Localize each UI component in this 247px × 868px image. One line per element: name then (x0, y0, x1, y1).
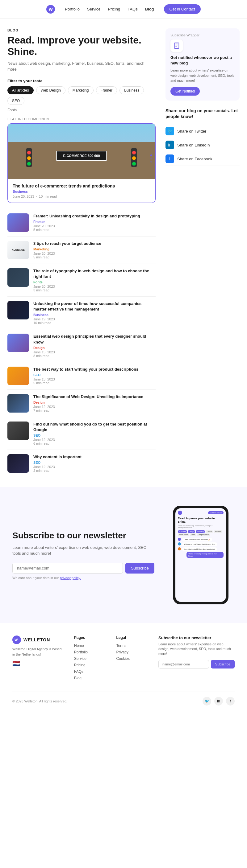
footer-subscribe-button[interactable]: Subscribe (211, 660, 235, 669)
sidebar: Subscribe Wrapper Get notified whenever … (165, 28, 240, 477)
subscribe-right: Get in Contact Read. Improve your websit… (167, 506, 235, 604)
privacy-link[interactable]: privacy policy. (60, 576, 81, 580)
post-thumbnail (7, 422, 29, 440)
share-twitter[interactable]: 🐦 Share on Twitter (165, 124, 240, 138)
footer-page-link[interactable]: FAQs (74, 670, 104, 674)
filter-tag-business[interactable]: Business (119, 86, 144, 94)
footer-legal-link[interactable]: Privacy (116, 650, 146, 654)
footer-email-input[interactable] (158, 660, 209, 669)
footer-newsletter: Subscribe to our newsletter Learn more a… (158, 636, 235, 682)
post-title: 3 tips to reach your target audience (33, 241, 156, 246)
subscribe-email-input[interactable] (12, 563, 123, 574)
post-title: The best way to start writing your produ… (33, 367, 156, 372)
page-content: BLOG Read. Improve your website. Shine. … (0, 19, 247, 487)
footer-legal-link[interactable]: Cookies (116, 656, 146, 661)
phone-tag: Subscribe (178, 530, 187, 533)
post-category: Design (33, 346, 156, 350)
featured-image: E-COMMERCE 500 600 (8, 124, 155, 179)
post-card: Unlocking the power of time: how success… (7, 297, 156, 329)
post-title: Find out now what should you do to get t… (33, 422, 156, 433)
post-title: The role of typography in web design and… (33, 268, 156, 279)
phone-tag: Company News (197, 533, 210, 536)
social-twitter[interactable]: 🐦 (202, 697, 211, 706)
footer-form: Subscribe (158, 660, 235, 669)
filter-tag-seo[interactable]: SEO (7, 97, 24, 105)
post-title: The Significance of Web Design: Unveilin… (33, 394, 156, 400)
featured-readtime: 10 min read (39, 194, 57, 198)
chat-text: Welcome to the Welleton Digital Agency B… (182, 542, 217, 547)
nav-link-service[interactable]: Service (87, 7, 100, 11)
footer-page-link[interactable]: Blog (74, 676, 104, 680)
post-info: Essential web design principles that eve… (33, 334, 156, 358)
share-facebook[interactable]: f Share on Facebook (165, 152, 240, 166)
featured-category: Business (13, 190, 150, 193)
social-facebook[interactable]: f (226, 697, 235, 706)
filter-tag-framer[interactable]: Framer (96, 86, 117, 94)
post-date: June 12, 2023 (33, 465, 156, 469)
post-category: SEO (33, 434, 156, 437)
blog-header: BLOG Read. Improve your website. Shine. … (7, 28, 156, 72)
sidebar-subscribe-title: Get notified whenever we post a new blog (170, 55, 235, 66)
featured-meta: June 20, 2023 · 10 min read (13, 194, 150, 198)
post-info: Unlocking the power of time: how success… (33, 301, 156, 325)
nav-logo: W (46, 5, 55, 13)
phone-nav: Get in Contact (178, 510, 223, 515)
filter-tag-all[interactable]: All articles (7, 86, 34, 94)
filter-tag-marketing[interactable]: Marketing (68, 86, 93, 94)
subscribe-button[interactable]: Subscribe (125, 563, 155, 574)
share-linkedin[interactable]: in Share on LinkedIn (165, 138, 240, 152)
phone-tag: Design (188, 530, 195, 533)
filter-tag-webdesign[interactable]: Web Design (36, 86, 65, 94)
chat-avatar (178, 542, 181, 546)
nav-link-pricing[interactable]: Pricing (108, 7, 120, 11)
post-category: SEO (33, 373, 156, 377)
main-column: BLOG Read. Improve your website. Shine. … (7, 28, 156, 477)
nav-cta-button[interactable]: Get in Contact (164, 4, 201, 14)
share-items: 🐦 Share on Twitter in Share on LinkedIn … (165, 124, 240, 166)
footer-page-link[interactable]: Pricing (74, 663, 104, 667)
featured-title: The future of e-commerce: trends and pre… (13, 183, 150, 188)
nav-links: Portfolio Service Pricing FAQs Blog (65, 7, 154, 11)
get-notified-button[interactable]: Get Notified (170, 87, 200, 96)
notebook-icon (170, 39, 183, 52)
post-card: AUDIENCE 3 tips to reach your target aud… (7, 237, 156, 264)
footer-page-link[interactable]: Home (74, 644, 104, 648)
footer-page-link[interactable]: Service (74, 656, 104, 661)
nav-link-blog[interactable]: Blog (145, 7, 154, 11)
post-read-time: 2 min read (33, 469, 156, 472)
phone-tag: Fonts (190, 533, 196, 536)
phone-tags: SubscribeDesignMarketingFramerBusinessSo… (178, 530, 223, 536)
footer-legal-title: Legal (116, 636, 146, 640)
subscribe-privacy: We care about your data in our privacy p… (12, 576, 155, 580)
phone-mockup: Get in Contact Read. Improve your websit… (173, 506, 228, 604)
post-category: Framer (33, 220, 156, 223)
blog-description: News about web design, marketing, Framer… (7, 60, 156, 72)
post-card: Why content is important SEO June 12, 20… (7, 450, 156, 477)
footer: W WELLETON Welleton Digital Agency is ba… (0, 623, 247, 712)
post-card: The Significance of Web Design: Unveilin… (7, 390, 156, 417)
filter-tag-fonts[interactable]: Fonts (7, 107, 17, 113)
social-linkedin[interactable]: in (214, 697, 223, 706)
post-read-time: 5 min read (33, 255, 156, 259)
nav-link-faqs[interactable]: FAQs (128, 7, 138, 11)
phone-logo (178, 510, 182, 515)
post-info: Why content is important SEO June 12, 20… (33, 454, 156, 473)
subscribe-title: Subscribe to our newsletter (12, 530, 155, 541)
phone-cta: Get in Contact (208, 511, 223, 514)
featured-date: June 20, 2023 (13, 194, 34, 198)
footer-page-link[interactable]: Portfolio (74, 650, 104, 654)
featured-label: Featured Component (7, 117, 156, 121)
filter-tags: All articles Web Design Marketing Framer… (7, 86, 156, 105)
subscribe-left: Subscribe to our newsletter Learn more a… (12, 530, 155, 580)
post-thumbnail (7, 301, 29, 319)
post-date: June 13, 2023 (33, 377, 156, 381)
chat-bubble: Welcome to the Welleton Digital Agency B… (178, 542, 223, 547)
chat-bubble: Thanks for sharing the blog article to y… (178, 552, 223, 558)
footer-bottom: © 2023 Welleton. All rights reserved. 🐦 … (12, 692, 235, 706)
post-thumbnail (7, 394, 29, 412)
footer-copyright: © 2023 Welleton. All rights reserved. (12, 699, 67, 703)
traffic-light-right (131, 148, 137, 167)
chat-bubble: Cadre subscribed to the newsletter 🎉 (178, 538, 223, 542)
footer-legal-link[interactable]: Terms (116, 644, 146, 648)
nav-link-portfolio[interactable]: Portfolio (65, 7, 80, 11)
